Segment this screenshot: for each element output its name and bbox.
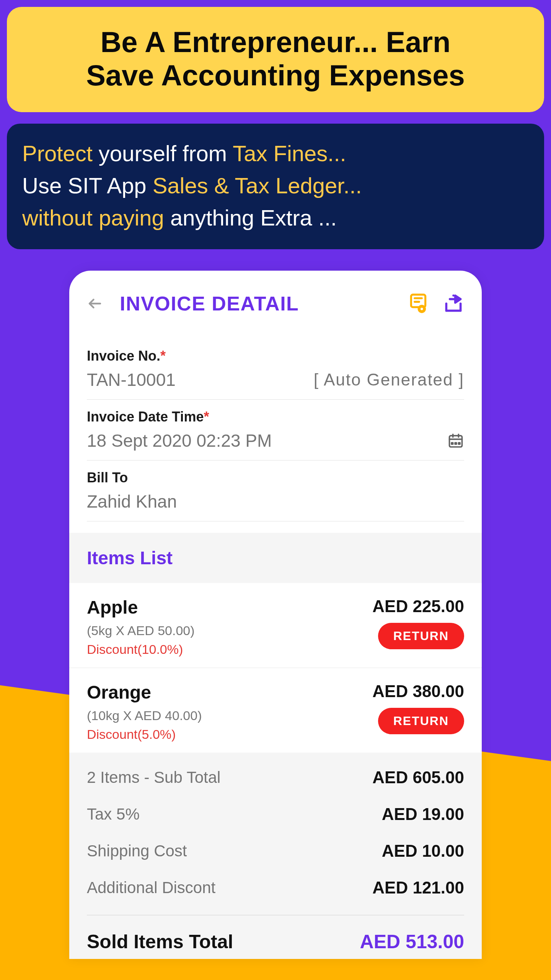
preview-invoice-icon[interactable] xyxy=(408,293,429,314)
page-title: INVOICE DEATAIL xyxy=(120,292,394,315)
promo-navy-line2: Use SIT App Sales & Tax Ledger... xyxy=(22,170,529,202)
list-item[interactable]: Orange (10kg X AED 40.00) Discount(5.0%)… xyxy=(69,668,482,753)
invoice-number-field[interactable]: Invoice No.* TAN-10001 [ Auto Generated … xyxy=(87,339,464,400)
invoice-number-label: Invoice No.* xyxy=(87,348,464,364)
invoice-date-field[interactable]: Invoice Date Time* 18 Sept 2020 02:23 PM xyxy=(87,400,464,461)
item-name: Apple xyxy=(87,597,372,618)
invoice-number-value: TAN-10001 xyxy=(87,369,176,390)
app-screen: INVOICE DEATAIL Invoice No.* TAN-10001 [… xyxy=(69,271,482,959)
promo-navy-line3: without paying anything Extra ... xyxy=(22,202,529,234)
svg-rect-10 xyxy=(452,443,453,444)
svg-point-5 xyxy=(421,308,423,310)
promo-navy-line1: Protect yourself from Tax Fines... xyxy=(22,137,529,170)
item-name: Orange xyxy=(87,682,372,703)
invoice-date-label: Invoice Date Time* xyxy=(87,409,464,425)
promo-yellow-line1: Be A Entrepreneur... Earn xyxy=(18,25,533,59)
invoice-form: Invoice No.* TAN-10001 [ Auto Generated … xyxy=(69,331,482,521)
subtotal-row: 2 Items - Sub Total AED 605.00 xyxy=(87,768,464,787)
bill-to-value: Zahid Khan xyxy=(87,491,177,512)
auto-generated-hint: [ Auto Generated ] xyxy=(314,370,464,389)
promo-yellow-line2: Save Accounting Expenses xyxy=(18,59,533,92)
totals-section: 2 Items - Sub Total AED 605.00 Tax 5% AE… xyxy=(69,753,482,959)
app-header: INVOICE DEATAIL xyxy=(69,271,482,331)
svg-rect-12 xyxy=(458,443,460,444)
grand-total-row: Sold Items Total AED 513.00 xyxy=(87,931,464,955)
item-total-price: AED 380.00 xyxy=(372,682,464,701)
item-quantity-price: (10kg X AED 40.00) xyxy=(87,708,372,723)
item-quantity-price: (5kg X AED 50.00) xyxy=(87,623,372,638)
list-item[interactable]: Apple (5kg X AED 50.00) Discount(10.0%) … xyxy=(69,583,482,668)
items-list-header: Items List xyxy=(69,533,482,583)
share-icon[interactable] xyxy=(443,293,464,314)
additional-discount-row: Additional Discont AED 121.00 xyxy=(87,878,464,897)
svg-rect-11 xyxy=(455,443,456,444)
invoice-date-value: 18 Sept 2020 02:23 PM xyxy=(87,430,272,451)
totals-divider xyxy=(87,915,464,915)
promo-banner-navy: Protect yourself from Tax Fines... Use S… xyxy=(7,124,544,249)
calendar-icon[interactable] xyxy=(447,432,464,449)
return-button[interactable]: RETURN xyxy=(378,708,464,734)
svg-rect-6 xyxy=(450,436,462,447)
return-button[interactable]: RETURN xyxy=(378,623,464,649)
shipping-row: Shipping Cost AED 10.00 xyxy=(87,841,464,861)
bill-to-field[interactable]: Bill To Zahid Khan xyxy=(87,461,464,521)
tax-row: Tax 5% AED 19.00 xyxy=(87,805,464,824)
back-arrow-icon[interactable] xyxy=(87,296,103,312)
bill-to-label: Bill To xyxy=(87,470,464,486)
item-total-price: AED 225.00 xyxy=(372,597,464,616)
promo-banner-yellow: Be A Entrepreneur... Earn Save Accountin… xyxy=(7,7,544,112)
item-discount: Discount(5.0%) xyxy=(87,727,372,742)
item-discount: Discount(10.0%) xyxy=(87,642,372,657)
